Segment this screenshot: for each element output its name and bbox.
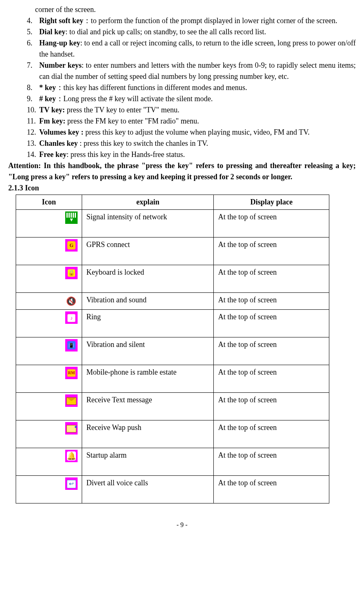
key-term: Volumes key : (39, 128, 83, 136)
table-row: 🔇Vibration and soundAt the top of screen (16, 293, 329, 310)
table-row: ↩Divert all voice callsAt the top of scr… (16, 476, 329, 503)
explain-cell: Divert all voice calls (82, 476, 214, 503)
page-number: - 9 - (8, 520, 356, 530)
icon-cell: ↩ (16, 476, 82, 503)
key-term: Number keys (39, 61, 82, 69)
key-term: Chanles key (39, 139, 78, 147)
display-cell: At the top of screen (214, 265, 329, 293)
key-term: Dial key (39, 28, 66, 36)
table-row: ♪RingAt the top of screen (16, 310, 329, 337)
display-cell: At the top of screen (214, 337, 329, 365)
key-term: Hang-up key (39, 39, 80, 47)
key-term: Right soft key (39, 17, 83, 25)
roaming-icon: RM (65, 367, 78, 379)
icon-cell: G (16, 237, 82, 265)
key-list-item: # key：Long press the # key will activate… (27, 93, 356, 104)
display-cell: At the top of screen (214, 310, 329, 337)
signal-icon (65, 211, 78, 224)
table-row: Signal intensity of networkAt the top of… (16, 210, 329, 237)
gprs-icon: G (65, 239, 78, 252)
key-list-item: * key：this key has different functions i… (27, 82, 356, 93)
explain-cell: Signal intensity of network (82, 210, 214, 237)
message-icon (65, 394, 78, 407)
explain-cell: Startup alarm (82, 448, 214, 476)
key-list-item: Volumes key : press this key to adjust t… (27, 127, 356, 138)
alarm-icon: 🔔 (65, 450, 78, 462)
ring-icon: ♪ (65, 311, 78, 324)
explain-cell: Ring (82, 310, 214, 337)
key-description-list: Right soft key：to perform the function o… (27, 15, 356, 160)
display-cell: At the top of screen (214, 237, 329, 265)
explain-cell: Receive Wap push (82, 420, 214, 448)
explain-cell: Keyboard is locked (82, 265, 214, 293)
table-row: Receive Wap pushAt the top of screen (16, 420, 329, 448)
vibration-sound-icon: 🔇 (64, 294, 78, 308)
key-list-item: Chanles key : press this key to switch t… (27, 138, 356, 149)
key-list-item: Right soft key：to perform the function o… (27, 15, 356, 26)
display-cell: At the top of screen (214, 293, 329, 310)
explain-cell: Vibration and sound (82, 293, 214, 310)
key-list-item: TV key: press the TV key to enter "TV" m… (27, 104, 356, 116)
key-list-item: Hang-up key: to end a call or reject inc… (27, 38, 356, 60)
key-desc: press the FM key to enter "FM radio" men… (65, 117, 199, 125)
icon-cell (16, 393, 82, 420)
table-row: 📳Vibration and silentAt the top of scree… (16, 337, 329, 365)
table-row: RMMobile-phone is ramble estateAt the to… (16, 365, 329, 393)
section-heading-icon: 2.1.3 Icon (8, 183, 356, 194)
key-desc: press the TV key to enter "TV" menu. (65, 106, 179, 114)
explain-cell: Vibration and silent (82, 337, 214, 365)
display-cell: At the top of screen (214, 393, 329, 420)
icon-cell: 🔒 (16, 265, 82, 293)
explain-cell: GPRS connect (82, 237, 214, 265)
divert-icon: ↩ (65, 477, 78, 490)
key-desc: : press this key to switch the chanles i… (78, 139, 208, 147)
display-cell: At the top of screen (214, 420, 329, 448)
key-list-item: Fm key: press the FM key to enter "FM ra… (27, 116, 356, 127)
key-term: Fm key: (39, 117, 65, 125)
key-desc: : to enter numbers and letters with the … (39, 61, 356, 81)
icon-cell: ♪ (16, 310, 82, 337)
vibration-silent-icon: 📳 (65, 339, 78, 351)
key-term: # key (39, 95, 56, 103)
fragment-previous-item: corner of the screen. (35, 4, 356, 15)
display-cell: At the top of screen (214, 365, 329, 393)
attention-note: Attention: In this handbook, the phrase … (8, 160, 356, 183)
icon-cell: 🔇 (16, 293, 82, 310)
icon-cell: RM (16, 365, 82, 393)
explain-cell: Receive Text message (82, 393, 214, 420)
key-term: * key (39, 83, 56, 92)
col-header-display: Display place (214, 195, 329, 210)
icon-table: Icon explain Display place Signal intens… (16, 195, 329, 503)
key-list-item: Number keys: to enter numbers and letter… (27, 60, 356, 82)
explain-cell: Mobile-phone is ramble estate (82, 365, 214, 393)
key-desc: : to dial and pick up calls; on standby,… (66, 28, 266, 36)
col-header-explain: explain (82, 195, 214, 210)
key-desc: ：to perform the function of the prompt d… (83, 17, 337, 25)
icon-cell: 🔔 (16, 448, 82, 476)
wap-push-icon (65, 422, 78, 435)
key-list-item: Free key: press this key in the Hands-fr… (27, 149, 356, 160)
table-row: GGPRS connectAt the top of screen (16, 237, 329, 265)
key-desc: ：this key has different functions in dif… (56, 83, 247, 92)
key-term: TV key: (39, 106, 65, 114)
key-list-item: Dial key: to dial and pick up calls; on … (27, 26, 356, 38)
table-row: 🔔Startup alarmAt the top of screen (16, 448, 329, 476)
key-desc: press this key to adjust the volume when… (83, 128, 310, 136)
icon-cell: 📳 (16, 337, 82, 365)
key-term: Free key (39, 150, 66, 159)
icon-cell (16, 210, 82, 237)
display-cell: At the top of screen (214, 476, 329, 503)
table-row: 🔒Keyboard is lockedAt the top of screen (16, 265, 329, 293)
col-header-icon: Icon (16, 195, 82, 210)
key-desc: : press this key in the Hands-free statu… (66, 150, 185, 159)
display-cell: At the top of screen (214, 210, 329, 237)
display-cell: At the top of screen (214, 448, 329, 476)
icon-cell (16, 420, 82, 448)
key-desc: ：Long press the # key will activate the … (56, 95, 213, 103)
lock-icon: 🔒 (65, 267, 78, 279)
key-desc: : to end a call or reject incoming calls… (39, 39, 356, 58)
table-row: Receive Text messageAt the top of screen (16, 393, 329, 420)
